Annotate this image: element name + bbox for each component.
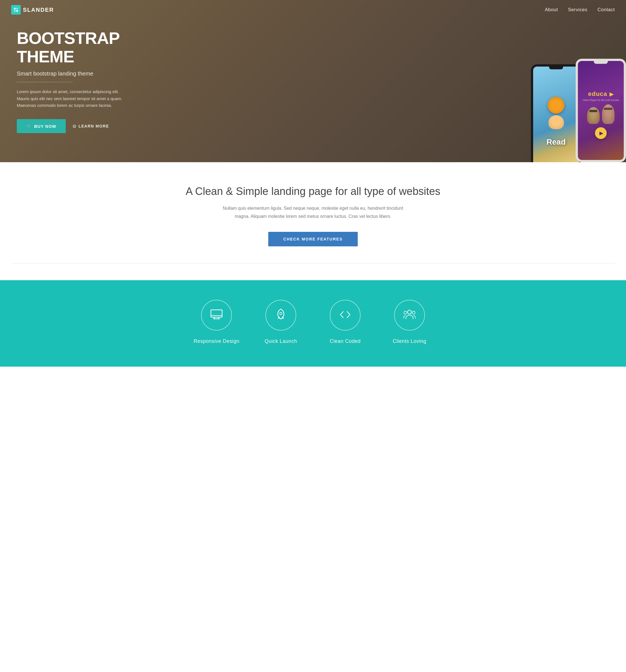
feature-circle-launch — [265, 300, 296, 331]
feature-label-launch: Quick Launch — [254, 338, 307, 344]
feature-clean-coded: Clean Coded — [313, 300, 377, 344]
nav-link-about[interactable]: About — [545, 7, 558, 12]
nav-item-services[interactable]: Services — [568, 7, 587, 13]
features-intro-heading: A Clean & Simple landing page for all ty… — [11, 185, 615, 198]
educa-header: educa ▶ — [588, 90, 613, 98]
logo[interactable]: SLANDER — [11, 5, 54, 15]
feature-quick-launch: Quick Launch — [249, 300, 313, 344]
play-triangle: ▶ — [599, 130, 603, 136]
hero-section: BOOTSTRAP THEME Smart bootstrap landing … — [0, 0, 626, 162]
glasses-1 — [589, 110, 597, 112]
feature-circle-code — [330, 300, 361, 331]
feature-clients-loving: Clients Loving — [377, 300, 442, 344]
nav-link-contact[interactable]: Contact — [598, 7, 615, 12]
logo-icon — [11, 5, 21, 15]
svg-rect-4 — [211, 310, 222, 317]
educa-play-icon: ▶ — [609, 91, 614, 97]
app-read-screen: Read — [533, 67, 579, 162]
features-section-divider — [11, 263, 615, 263]
svg-point-9 — [280, 312, 282, 315]
features-icons-section: Responsive Design Quick Launch — [0, 280, 626, 367]
hero-title: BOOTSTRAP THEME — [17, 29, 129, 66]
monitor-icon — [210, 309, 223, 321]
hero-phones: 14:06 PM Read 14:06 PM educa — [531, 59, 626, 162]
app-read-title: Read — [547, 138, 565, 147]
app-educa-screen: educa ▶ Video Player for the Avid Schola… — [578, 61, 624, 160]
balloon-graphic — [548, 97, 564, 114]
phone-notch-black — [549, 67, 563, 69]
learn-more-label: LEARN MORE — [78, 124, 109, 128]
phone-screen-black: Read — [533, 67, 579, 162]
svg-point-12 — [412, 311, 415, 314]
glasses-2 — [604, 108, 612, 110]
features-intro-description: Nullam quis elementum ligula. Sed neque … — [215, 205, 411, 221]
nav-links: About Services Contact — [545, 7, 615, 13]
nav-link-services[interactable]: Services — [568, 7, 587, 12]
feature-circle-responsive — [201, 300, 232, 331]
rocket-icon — [276, 309, 286, 322]
hero-buttons: 🛒 BUY NOW ⊙ LEARN MORE — [17, 119, 129, 133]
users-icon — [403, 309, 416, 321]
feature-circle-clients — [394, 300, 425, 331]
learn-more-button[interactable]: ⊙ LEARN MORE — [72, 124, 109, 129]
phone-notch-white — [594, 61, 608, 64]
feature-label-responsive: Responsive Design — [190, 338, 243, 344]
navbar: SLANDER About Services Contact — [0, 0, 626, 20]
phone-black: 14:06 PM Read — [531, 64, 581, 162]
character-1 — [587, 107, 600, 124]
buy-now-label: BUY NOW — [34, 124, 56, 129]
hero-description: Lorem ipsum dolor sit amet, consectetur … — [17, 88, 129, 109]
svg-rect-1 — [16, 10, 18, 12]
feature-responsive-design: Responsive Design — [184, 300, 249, 344]
circle-icon: ⊙ — [72, 124, 77, 129]
nav-item-contact[interactable]: Contact — [598, 7, 615, 13]
svg-point-10 — [408, 310, 412, 314]
check-features-button[interactable]: CHECK MORE FEATURES — [268, 232, 358, 246]
feature-label-clients: Clients Loving — [383, 338, 436, 344]
educa-subtitle: Video Player for the Avid Scholar — [582, 99, 619, 101]
hero-subtitle: Smart bootstrap landing theme — [17, 70, 129, 77]
feature-label-code: Clean Coded — [319, 338, 372, 344]
svg-rect-2 — [16, 8, 18, 9]
hero-divider — [17, 82, 73, 82]
svg-rect-0 — [14, 8, 16, 9]
play-button-graphic: ▶ — [595, 127, 607, 139]
svg-rect-3 — [14, 10, 16, 12]
buy-now-button[interactable]: 🛒 BUY NOW — [17, 119, 66, 133]
nav-item-about[interactable]: About — [545, 7, 558, 13]
features-intro-section: A Clean & Simple landing page for all ty… — [0, 162, 626, 280]
character-head — [549, 115, 564, 129]
educa-title: educa — [588, 90, 607, 97]
logo-text: SLANDER — [23, 7, 54, 13]
character-2 — [602, 104, 615, 124]
code-icon — [339, 310, 351, 320]
phone-white: 14:06 PM educa ▶ Video Player for the Av… — [576, 59, 626, 162]
svg-point-11 — [404, 311, 407, 314]
educa-characters — [587, 104, 615, 124]
hero-content: BOOTSTRAP THEME Smart bootstrap landing … — [0, 29, 145, 133]
phone-screen-white: educa ▶ Video Player for the Avid Schola… — [578, 61, 624, 160]
cart-icon: 🛒 — [26, 124, 32, 129]
